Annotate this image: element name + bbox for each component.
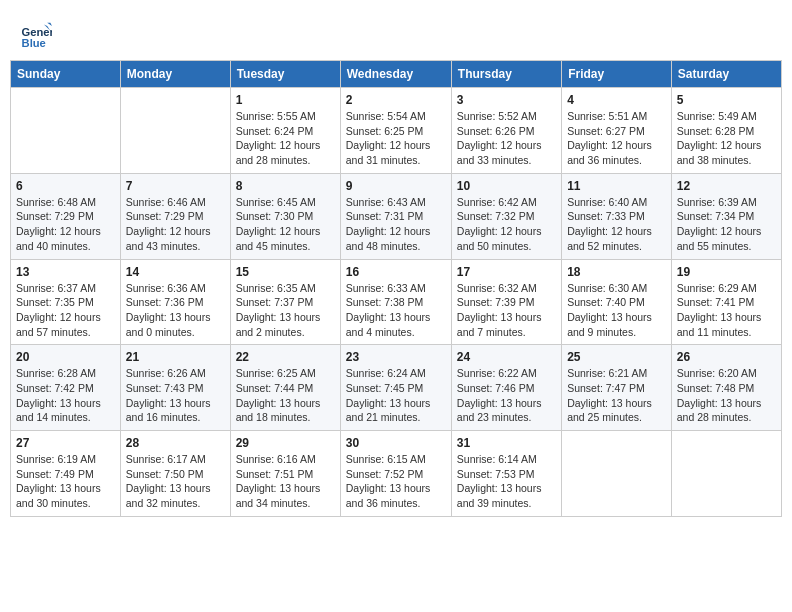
day-info: Sunrise: 6:29 AM Sunset: 7:41 PM Dayligh… [677, 281, 776, 340]
day-number: 20 [16, 350, 115, 364]
calendar-cell: 18Sunrise: 6:30 AM Sunset: 7:40 PM Dayli… [562, 259, 672, 345]
calendar-table: SundayMondayTuesdayWednesdayThursdayFrid… [10, 60, 782, 517]
calendar-cell: 28Sunrise: 6:17 AM Sunset: 7:50 PM Dayli… [120, 431, 230, 517]
day-number: 19 [677, 265, 776, 279]
day-info: Sunrise: 5:52 AM Sunset: 6:26 PM Dayligh… [457, 109, 556, 168]
header: General Blue [10, 10, 782, 54]
day-info: Sunrise: 6:16 AM Sunset: 7:51 PM Dayligh… [236, 452, 335, 511]
calendar-week-row: 20Sunrise: 6:28 AM Sunset: 7:42 PM Dayli… [11, 345, 782, 431]
day-info: Sunrise: 6:39 AM Sunset: 7:34 PM Dayligh… [677, 195, 776, 254]
day-info: Sunrise: 6:19 AM Sunset: 7:49 PM Dayligh… [16, 452, 115, 511]
calendar-cell: 10Sunrise: 6:42 AM Sunset: 7:32 PM Dayli… [451, 173, 561, 259]
calendar-cell: 5Sunrise: 5:49 AM Sunset: 6:28 PM Daylig… [671, 88, 781, 174]
day-info: Sunrise: 6:30 AM Sunset: 7:40 PM Dayligh… [567, 281, 666, 340]
day-number: 28 [126, 436, 225, 450]
calendar-cell: 1Sunrise: 5:55 AM Sunset: 6:24 PM Daylig… [230, 88, 340, 174]
calendar-week-row: 27Sunrise: 6:19 AM Sunset: 7:49 PM Dayli… [11, 431, 782, 517]
day-info: Sunrise: 6:21 AM Sunset: 7:47 PM Dayligh… [567, 366, 666, 425]
calendar-cell: 3Sunrise: 5:52 AM Sunset: 6:26 PM Daylig… [451, 88, 561, 174]
day-info: Sunrise: 5:49 AM Sunset: 6:28 PM Dayligh… [677, 109, 776, 168]
day-number: 13 [16, 265, 115, 279]
day-info: Sunrise: 6:36 AM Sunset: 7:36 PM Dayligh… [126, 281, 225, 340]
day-info: Sunrise: 6:15 AM Sunset: 7:52 PM Dayligh… [346, 452, 446, 511]
day-number: 31 [457, 436, 556, 450]
day-info: Sunrise: 5:54 AM Sunset: 6:25 PM Dayligh… [346, 109, 446, 168]
calendar-cell: 15Sunrise: 6:35 AM Sunset: 7:37 PM Dayli… [230, 259, 340, 345]
day-info: Sunrise: 6:32 AM Sunset: 7:39 PM Dayligh… [457, 281, 556, 340]
calendar-cell: 23Sunrise: 6:24 AM Sunset: 7:45 PM Dayli… [340, 345, 451, 431]
calendar-cell [562, 431, 672, 517]
calendar-header-row: SundayMondayTuesdayWednesdayThursdayFrid… [11, 61, 782, 88]
day-number: 9 [346, 179, 446, 193]
calendar-cell [671, 431, 781, 517]
day-number: 6 [16, 179, 115, 193]
day-info: Sunrise: 6:43 AM Sunset: 7:31 PM Dayligh… [346, 195, 446, 254]
day-number: 29 [236, 436, 335, 450]
calendar-cell: 27Sunrise: 6:19 AM Sunset: 7:49 PM Dayli… [11, 431, 121, 517]
day-info: Sunrise: 5:51 AM Sunset: 6:27 PM Dayligh… [567, 109, 666, 168]
calendar-cell: 26Sunrise: 6:20 AM Sunset: 7:48 PM Dayli… [671, 345, 781, 431]
day-number: 10 [457, 179, 556, 193]
day-info: Sunrise: 6:14 AM Sunset: 7:53 PM Dayligh… [457, 452, 556, 511]
calendar-cell: 13Sunrise: 6:37 AM Sunset: 7:35 PM Dayli… [11, 259, 121, 345]
calendar-cell: 6Sunrise: 6:48 AM Sunset: 7:29 PM Daylig… [11, 173, 121, 259]
calendar-cell: 8Sunrise: 6:45 AM Sunset: 7:30 PM Daylig… [230, 173, 340, 259]
day-number: 14 [126, 265, 225, 279]
day-number: 22 [236, 350, 335, 364]
calendar-cell: 7Sunrise: 6:46 AM Sunset: 7:29 PM Daylig… [120, 173, 230, 259]
day-info: Sunrise: 6:42 AM Sunset: 7:32 PM Dayligh… [457, 195, 556, 254]
day-info: Sunrise: 6:37 AM Sunset: 7:35 PM Dayligh… [16, 281, 115, 340]
day-number: 4 [567, 93, 666, 107]
day-number: 12 [677, 179, 776, 193]
day-info: Sunrise: 6:28 AM Sunset: 7:42 PM Dayligh… [16, 366, 115, 425]
calendar-cell [120, 88, 230, 174]
logo: General Blue [20, 18, 56, 50]
calendar-cell: 22Sunrise: 6:25 AM Sunset: 7:44 PM Dayli… [230, 345, 340, 431]
calendar-cell: 2Sunrise: 5:54 AM Sunset: 6:25 PM Daylig… [340, 88, 451, 174]
calendar-cell: 21Sunrise: 6:26 AM Sunset: 7:43 PM Dayli… [120, 345, 230, 431]
calendar-cell: 29Sunrise: 6:16 AM Sunset: 7:51 PM Dayli… [230, 431, 340, 517]
day-info: Sunrise: 6:35 AM Sunset: 7:37 PM Dayligh… [236, 281, 335, 340]
calendar-cell: 11Sunrise: 6:40 AM Sunset: 7:33 PM Dayli… [562, 173, 672, 259]
day-info: Sunrise: 6:24 AM Sunset: 7:45 PM Dayligh… [346, 366, 446, 425]
day-number: 1 [236, 93, 335, 107]
calendar-week-row: 1Sunrise: 5:55 AM Sunset: 6:24 PM Daylig… [11, 88, 782, 174]
day-number: 7 [126, 179, 225, 193]
day-number: 8 [236, 179, 335, 193]
calendar-cell [11, 88, 121, 174]
calendar-cell: 20Sunrise: 6:28 AM Sunset: 7:42 PM Dayli… [11, 345, 121, 431]
day-info: Sunrise: 5:55 AM Sunset: 6:24 PM Dayligh… [236, 109, 335, 168]
calendar-cell: 24Sunrise: 6:22 AM Sunset: 7:46 PM Dayli… [451, 345, 561, 431]
day-number: 21 [126, 350, 225, 364]
day-number: 25 [567, 350, 666, 364]
day-info: Sunrise: 6:45 AM Sunset: 7:30 PM Dayligh… [236, 195, 335, 254]
day-header-thursday: Thursday [451, 61, 561, 88]
day-header-friday: Friday [562, 61, 672, 88]
day-info: Sunrise: 6:40 AM Sunset: 7:33 PM Dayligh… [567, 195, 666, 254]
logo-icon: General Blue [20, 18, 52, 50]
day-number: 26 [677, 350, 776, 364]
day-number: 16 [346, 265, 446, 279]
day-header-sunday: Sunday [11, 61, 121, 88]
calendar-cell: 25Sunrise: 6:21 AM Sunset: 7:47 PM Dayli… [562, 345, 672, 431]
calendar-cell: 19Sunrise: 6:29 AM Sunset: 7:41 PM Dayli… [671, 259, 781, 345]
day-number: 18 [567, 265, 666, 279]
calendar-cell: 4Sunrise: 5:51 AM Sunset: 6:27 PM Daylig… [562, 88, 672, 174]
calendar-cell: 14Sunrise: 6:36 AM Sunset: 7:36 PM Dayli… [120, 259, 230, 345]
day-number: 3 [457, 93, 556, 107]
day-number: 27 [16, 436, 115, 450]
day-number: 30 [346, 436, 446, 450]
day-info: Sunrise: 6:25 AM Sunset: 7:44 PM Dayligh… [236, 366, 335, 425]
day-number: 5 [677, 93, 776, 107]
calendar-cell: 16Sunrise: 6:33 AM Sunset: 7:38 PM Dayli… [340, 259, 451, 345]
day-info: Sunrise: 6:17 AM Sunset: 7:50 PM Dayligh… [126, 452, 225, 511]
day-info: Sunrise: 6:33 AM Sunset: 7:38 PM Dayligh… [346, 281, 446, 340]
day-number: 11 [567, 179, 666, 193]
day-header-monday: Monday [120, 61, 230, 88]
calendar-cell: 12Sunrise: 6:39 AM Sunset: 7:34 PM Dayli… [671, 173, 781, 259]
day-number: 23 [346, 350, 446, 364]
day-number: 2 [346, 93, 446, 107]
day-header-wednesday: Wednesday [340, 61, 451, 88]
day-info: Sunrise: 6:48 AM Sunset: 7:29 PM Dayligh… [16, 195, 115, 254]
day-info: Sunrise: 6:22 AM Sunset: 7:46 PM Dayligh… [457, 366, 556, 425]
